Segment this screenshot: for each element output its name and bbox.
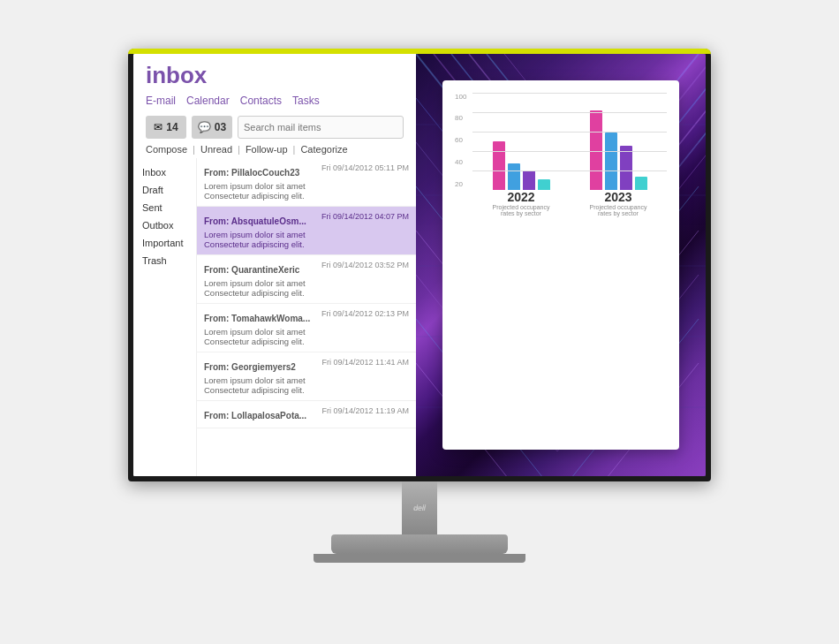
email-body-1: Lorem ipsum dolor sit amet Consectetur a… (204, 230, 409, 249)
email-from-0: From: PillalocCouch23 (204, 168, 299, 178)
unread-action[interactable]: Unread (200, 144, 232, 155)
monitor-bezel: inbox E-mail Calendar Contacts Tasks ✉ 1… (128, 49, 711, 481)
chart-plot-area: 2022 Projected occupancy rates by sector (472, 93, 667, 216)
sidebar-item-trash[interactable]: Trash (133, 252, 196, 269)
email-list: From: PillalocCouch23 Fri 09/14/2012 05:… (197, 158, 416, 475)
email-from-1: From: AbsquatuleOsm... (204, 216, 306, 226)
y-label-100: 100 (455, 93, 466, 101)
y-label-20: 20 (455, 180, 466, 188)
sidebar-item-draft[interactable]: Draft (133, 181, 196, 199)
followup-action[interactable]: Follow-up (246, 144, 288, 155)
email-date-1: Fri 09/14/2012 04:07 PM (321, 212, 409, 221)
actions-row: Compose | Unread | Follow-up | Categoriz… (133, 142, 416, 158)
email-date-5: Fri 09/14/2012 11:19 AM (321, 406, 409, 415)
toolbar-row: ✉ 14 💬 03 (133, 112, 416, 142)
monitor-base (331, 534, 508, 554)
tab-tasks[interactable]: Tasks (292, 95, 320, 107)
app-header: inbox (133, 54, 416, 92)
email-item-4[interactable]: From: Georgiemyers2 Fri 09/14/2012 11:41… (197, 352, 416, 401)
sidebar-item-inbox[interactable]: Inbox (133, 163, 196, 181)
email-date-4: Fri 09/14/2012 11:41 AM (321, 358, 409, 367)
screen: inbox E-mail Calendar Contacts Tasks ✉ 1… (133, 54, 706, 476)
email-body-3: Lorem ipsum dolor sit amet Consectetur a… (204, 327, 409, 346)
nav-tabs: E-mail Calendar Contacts Tasks (133, 91, 416, 112)
email-app: inbox E-mail Calendar Contacts Tasks ✉ 1… (133, 54, 416, 476)
search-bar (238, 116, 404, 139)
mail-button[interactable]: ✉ 14 (146, 116, 186, 139)
y-label-80: 80 (455, 114, 466, 122)
sidebar-item-important[interactable]: Important (133, 234, 196, 252)
monitor-base-bottom (314, 554, 525, 563)
y-axis-labels: 100 80 60 40 20 (455, 93, 466, 190)
chart-label-2023: 2023 (604, 190, 631, 204)
monitor-neck: dell (402, 481, 437, 534)
email-item-2[interactable]: From: QuarantineXeric Fri 09/14/2012 03:… (197, 255, 416, 304)
chart-sublabel-2022: Projected occupancy rates by sector (490, 204, 552, 216)
sidebar-item-outbox[interactable]: Outbox (133, 216, 196, 234)
email-item-1[interactable]: From: AbsquatuleOsm... Fri 09/14/2012 04… (197, 207, 416, 255)
chart-label-2022: 2022 (507, 190, 534, 204)
chart-sublabel-2023: Projected occupancy rates by sector (587, 204, 649, 216)
tab-email[interactable]: E-mail (146, 95, 176, 107)
email-date-0: Fri 09/14/2012 05:11 PM (321, 163, 409, 172)
email-from-4: From: Georgiemyers2 (204, 362, 296, 372)
email-from-3: From: TomahawkWoma... (204, 314, 310, 323)
app-title: inbox (146, 63, 404, 88)
email-from-5: From: LollapalosaPota... (204, 411, 306, 420)
chat-icon: 💬 (198, 121, 211, 133)
chat-count: 03 (215, 121, 226, 133)
email-date-2: Fri 09/14/2012 03:52 PM (321, 261, 409, 269)
y-label-60: 60 (455, 136, 466, 144)
content-area: Inbox Draft Sent Outbox Important Trash … (133, 158, 416, 475)
sidebar-item-sent[interactable]: Sent (133, 199, 196, 216)
compose-action[interactable]: Compose (146, 144, 187, 155)
categorize-action[interactable]: Categorize (300, 144, 347, 155)
email-body-4: Lorem ipsum dolor sit amet Consectetur a… (204, 375, 409, 395)
chat-button[interactable]: 💬 03 (192, 116, 232, 139)
email-body-0: Lorem ipsum dolor sit amet Consectetur a… (204, 181, 409, 201)
sidebar: Inbox Draft Sent Outbox Important Trash (133, 158, 197, 475)
email-date-3: Fri 09/14/2012 02:13 PM (321, 309, 409, 318)
right-panel: 100 80 60 40 20 (416, 54, 706, 476)
mail-count: 14 (166, 121, 178, 133)
email-from-2: From: QuarantineXeric (204, 265, 299, 275)
brand-label: dell (413, 504, 426, 512)
mail-icon: ✉ (154, 121, 163, 133)
email-item-0[interactable]: From: PillalocCouch23 Fri 09/14/2012 05:… (197, 158, 416, 207)
email-item-5[interactable]: From: LollapalosaPota... Fri 09/14/2012 … (197, 401, 416, 428)
tab-contacts[interactable]: Contacts (240, 95, 282, 107)
chart-grid (472, 93, 667, 190)
chart-card: 100 80 60 40 20 (442, 80, 679, 450)
y-label-40: 40 (455, 158, 466, 166)
monitor: inbox E-mail Calendar Contacts Tasks ✉ 1… (119, 49, 720, 596)
email-item-3[interactable]: From: TomahawkWoma... Fri 09/14/2012 02:… (197, 304, 416, 352)
tab-calendar[interactable]: Calendar (186, 95, 230, 107)
email-body-2: Lorem ipsum dolor sit amet Consectetur a… (204, 278, 409, 298)
search-input[interactable] (238, 116, 404, 139)
